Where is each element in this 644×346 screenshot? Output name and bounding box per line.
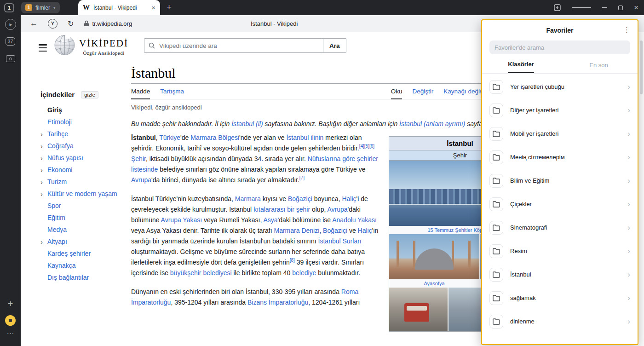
reference-link[interactable]: [8] [290, 258, 295, 263]
infobox-image-ayasofya[interactable] [389, 234, 479, 279]
reference-link[interactable]: [5] [364, 144, 369, 149]
article-tab-madde[interactable]: Madde [131, 88, 150, 99]
favorites-folder-row[interactable]: Bilim ve Eğitim › [482, 169, 638, 192]
wiki-link[interactable]: büyükşehir belediyesi [170, 269, 232, 277]
favorites-folder-row[interactable]: Resim › [482, 239, 638, 263]
wiki-link[interactable]: Asya [263, 216, 277, 224]
reference-link[interactable]: [7] [299, 175, 305, 180]
expand-chevron-icon[interactable]: › [40, 238, 47, 245]
article-tab-oku[interactable]: Oku [391, 88, 402, 99]
article-tab-değiştir[interactable]: Değiştir [412, 88, 433, 99]
wiki-link[interactable]: Anadolu Yakası [332, 216, 377, 224]
expand-chevron-icon[interactable]: › [40, 143, 47, 150]
toc-item[interactable]: ›Nüfus yapısı [40, 152, 131, 164]
reference-link[interactable]: [6] [369, 144, 374, 149]
wiki-link[interactable]: Avrupa [327, 206, 347, 213]
wiki-link[interactable]: İstanbul (il) [231, 120, 263, 127]
rail-add-icon[interactable]: + [0, 299, 21, 309]
toc-hide-button[interactable]: gizle [81, 91, 98, 98]
toc-item[interactable]: Dış bağlantılar [40, 271, 131, 283]
wiki-link[interactable]: Haliç [358, 227, 372, 234]
address-bar[interactable]: tr.wikipedia.org [84, 20, 132, 27]
wiki-link[interactable]: İstanbul (anlam ayrımı) [399, 120, 465, 127]
back-button[interactable]: ← [30, 19, 38, 28]
notification-count-badge[interactable]: 37 [0, 37, 21, 46]
favorites-folder-row[interactable]: Менің сілтемелерім › [482, 145, 638, 169]
favorites-folder-row[interactable]: Çiçekler › [482, 192, 638, 216]
favorites-folder-row[interactable]: Mobil yer işaretleri › [482, 122, 638, 145]
refresh-button[interactable]: ↻ [68, 19, 74, 28]
downloads-panel-icon[interactable] [554, 4, 561, 11]
wiki-link[interactable]: İstanbul Surları [318, 237, 362, 245]
toc-item[interactable]: Kaynakça [40, 260, 131, 271]
favorites-folder-row[interactable]: Diğer yer işaretleri › [482, 98, 638, 122]
favorites-tab-folders[interactable]: Klasörler [482, 55, 560, 73]
wiki-link[interactable]: Bizans İmparatorluğu [247, 299, 308, 306]
wiki-link[interactable]: Marmara Bölgesi [190, 134, 239, 141]
toc-item[interactable]: ›Coğrafya [40, 140, 131, 152]
favorites-folder-row[interactable]: Yer işaretleri çubuğu › [482, 75, 638, 98]
favorites-search-box[interactable] [489, 40, 630, 54]
toc-item[interactable]: ›Turizm [40, 176, 131, 188]
wiki-wordmark[interactable]: VİKİPEDİ Özgür Ansiklopedi [79, 38, 128, 56]
wiki-link[interactable]: belediye [292, 269, 316, 277]
window-close-button[interactable]: × [634, 4, 638, 12]
window-minimize-button[interactable] [602, 7, 607, 8]
toc-item[interactable]: Giriş [40, 104, 131, 116]
favorites-folder-row[interactable]: İstanbul › [482, 263, 638, 286]
favorites-folder-row[interactable]: sağlamak › [482, 286, 638, 310]
browser-menu-icon[interactable] [572, 6, 591, 10]
toc-item[interactable]: Medya [40, 224, 131, 236]
expand-chevron-icon[interactable]: › [40, 155, 47, 161]
expand-chevron-icon[interactable]: › [40, 179, 47, 185]
tab-close-icon[interactable]: × [151, 4, 155, 11]
media-play-icon[interactable]: ▶ [0, 19, 21, 30]
tab-counter-badge[interactable]: 1 [4, 3, 14, 12]
new-tab-button[interactable]: + [167, 3, 172, 12]
favorites-folder-row[interactable]: dinlenme › [482, 310, 638, 333]
tab-group-filmler[interactable]: 1 filmler ▾ [21, 2, 60, 13]
scrollbar-thumb[interactable] [640, 40, 643, 94]
wiki-link[interactable]: İstanbul ilinin [286, 134, 323, 141]
toc-item[interactable]: ›Tarihçe [40, 128, 131, 140]
toc-item[interactable]: ›Altyapı [40, 236, 131, 248]
toc-item[interactable]: ›Ekonomi [40, 164, 131, 176]
wiki-link[interactable]: kıtalararası bir şehir [253, 206, 310, 213]
wiki-search-box[interactable] [144, 38, 323, 53]
toc-item[interactable]: ›Kültür ve modern yaşam [40, 188, 131, 200]
wikipedia-logo[interactable] [54, 34, 75, 56]
expand-chevron-icon[interactable]: › [40, 167, 47, 173]
wiki-link[interactable]: Boğaziçi [323, 227, 347, 234]
wiki-link[interactable]: Marmara Denizi [274, 227, 320, 234]
toc-item[interactable]: Spor [40, 200, 131, 212]
infobox-image-tram[interactable] [389, 288, 448, 331]
wiki-menu-icon[interactable] [39, 42, 47, 53]
wiki-link[interactable]: Şehir [131, 155, 146, 162]
assistant-icon[interactable] [0, 315, 21, 326]
wiki-link[interactable]: Avrupa Yakası [161, 216, 202, 224]
toc-item[interactable]: Etimoloji [40, 116, 131, 128]
wiki-link[interactable]: Avrupa [131, 176, 151, 184]
favorites-tab-recent[interactable]: En son [560, 55, 638, 73]
chevron-down-icon[interactable]: ▾ [53, 6, 56, 10]
infobox-caption-ayasofya[interactable]: Ayasofya [389, 281, 479, 286]
screenshot-camera-icon[interactable] [0, 55, 21, 62]
rail-more-icon[interactable]: ⋯ [0, 329, 21, 338]
wiki-link[interactable]: Boğaziçi [288, 195, 312, 202]
reference-link[interactable]: [4] [359, 144, 364, 149]
wiki-link[interactable]: Türkiye [159, 134, 180, 141]
kebab-menu-icon[interactable]: ⋮ [623, 26, 630, 34]
toc-item[interactable]: Eğitim [40, 212, 131, 224]
toc-item[interactable]: Kardeş şehirler [40, 248, 131, 260]
expand-chevron-icon[interactable]: › [40, 131, 47, 138]
expand-chevron-icon[interactable]: › [40, 190, 47, 197]
wiki-search-button[interactable]: Ara [323, 38, 346, 53]
yandex-icon[interactable]: Y [48, 19, 58, 29]
window-maximize-button[interactable] [618, 6, 623, 10]
article-tab-tartışma[interactable]: Tartışma [160, 88, 184, 99]
favorites-folder-row[interactable]: Sinematografi › [482, 216, 638, 239]
wiki-link[interactable]: Marmara [235, 195, 261, 202]
favorites-search-input[interactable] [494, 44, 625, 51]
active-tab[interactable]: W İstanbul - Vikipedi × [78, 0, 160, 15]
wiki-link[interactable]: Haliç [342, 195, 356, 202]
